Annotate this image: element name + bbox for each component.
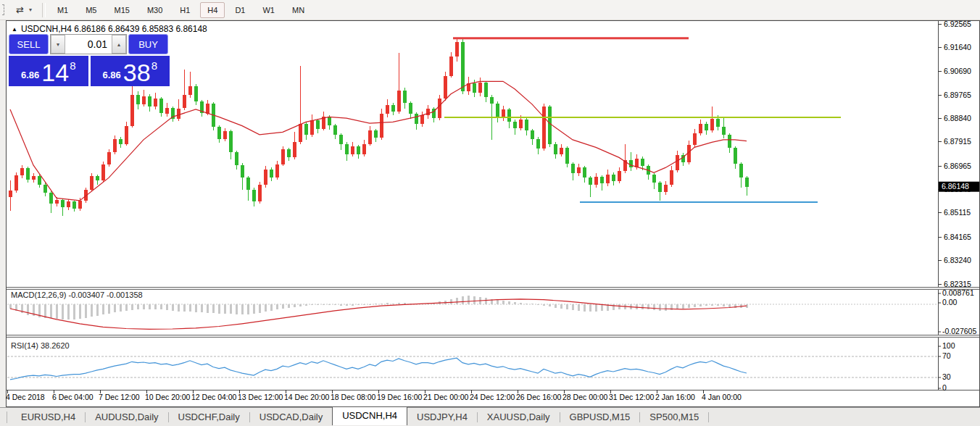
timeframe-m15-button[interactable]: M15: [107, 2, 136, 18]
volume-control: ▾ ▴: [50, 34, 127, 54]
timeframe-h4-button[interactable]: H4: [200, 2, 225, 18]
tab-audusd-daily[interactable]: AUDUSD,Daily: [86, 409, 167, 425]
tab-xauusd-daily[interactable]: XAUUSD,Daily: [478, 409, 560, 425]
volume-input[interactable]: [65, 35, 112, 54]
sell-price-pips: 14: [41, 62, 69, 83]
toolbar: ⇄ ▾ M1 M5 M15 M30 H1 H4 D1 W1 MN: [0, 0, 980, 20]
buy-price-prefix: 6.86: [103, 70, 121, 80]
collapse-arrow-icon[interactable]: ▲: [12, 26, 17, 33]
tab-gbpusd-m15[interactable]: GBPUSD,M15: [560, 409, 640, 425]
timeframe-mn-button[interactable]: MN: [285, 2, 312, 18]
timeframe-m30-button[interactable]: M30: [140, 2, 170, 18]
buy-price-pips: 38: [123, 62, 151, 83]
tab-usdjpy-h4[interactable]: USDJPY,H4: [407, 409, 477, 425]
macd-pane-splitter[interactable]: [7, 287, 979, 290]
timeframe-m1-button[interactable]: M1: [50, 2, 75, 18]
tab-bar-corner[interactable]: [0, 412, 7, 423]
rsi-pane-splitter[interactable]: [7, 335, 979, 338]
timeframe-h1-button[interactable]: H1: [173, 2, 197, 18]
time-axis-border: [7, 390, 979, 390]
chart-title-text: USDCNH,H4 6.86186 6.86439 6.85883 6.8614…: [21, 24, 207, 34]
sell-price-point: 8: [70, 59, 75, 72]
one-click-trading-panel: SELL ▾ ▴ BUY 6.86 14 8 6.86 38 8: [9, 34, 170, 86]
buy-button[interactable]: BUY: [128, 34, 168, 54]
chart-title: ▲USDCNH,H4 6.86186 6.86439 6.85883 6.861…: [12, 24, 207, 34]
buy-price-point: 8: [151, 59, 157, 72]
volume-increase-button[interactable]: ▴: [112, 35, 126, 54]
volume-decrease-button[interactable]: ▾: [51, 35, 65, 54]
selection-tool-icon[interactable]: [0, 4, 4, 15]
tab-usdchf-daily[interactable]: USDCHF,Daily: [169, 409, 249, 425]
dropdown-caret-icon[interactable]: ▾: [29, 7, 32, 13]
tab-usdcad-daily[interactable]: USDCAD,Daily: [250, 409, 332, 425]
timeframe-m5-button[interactable]: M5: [78, 2, 104, 18]
sell-button[interactable]: SELL: [9, 34, 49, 54]
timeframe-w1-button[interactable]: W1: [255, 2, 282, 18]
macd-indicator-label: MACD(12,26,9) -0.003407 -0.001358: [11, 291, 143, 299]
tab-sp500-m15[interactable]: SP500,M15: [640, 409, 708, 425]
timeframe-d1-button[interactable]: D1: [228, 2, 252, 18]
tab-usdcnh-h4[interactable]: USDCNH,H4: [332, 406, 407, 425]
toolbar-separator: [42, 3, 46, 17]
buy-price-display[interactable]: 6.86 38 8: [91, 56, 170, 86]
chart-tab-bar: EURUSD,H4 AUDUSD,Daily USDCHF,Daily USDC…: [0, 407, 980, 426]
tab-eurusd-h4[interactable]: EURUSD,H4: [12, 409, 85, 425]
sell-price-prefix: 6.86: [21, 70, 39, 80]
chart-tools-icon[interactable]: ⇄: [12, 3, 28, 17]
rsi-indicator-label: RSI(14) 38.2620: [11, 341, 70, 350]
sell-price-display[interactable]: 6.86 14 8: [9, 56, 88, 86]
